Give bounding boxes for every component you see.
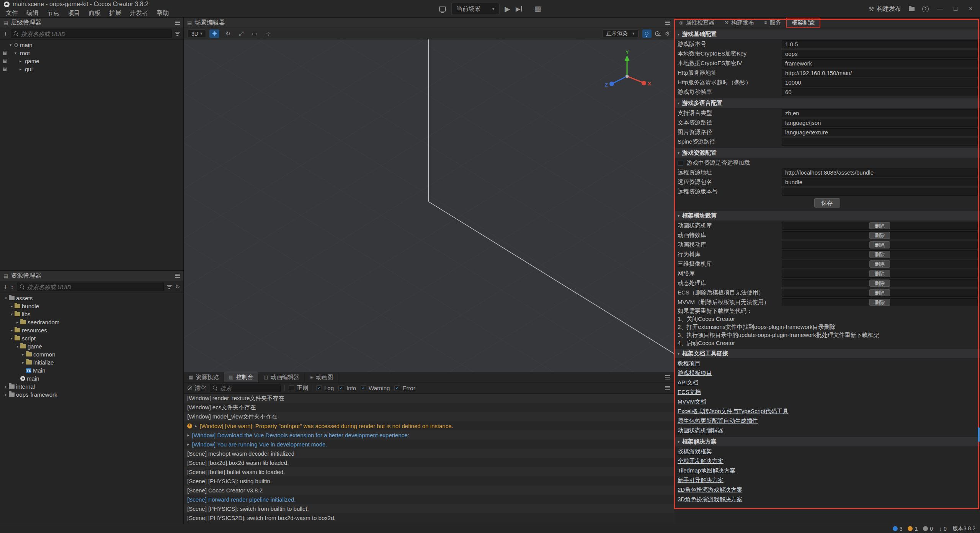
refresh-icon[interactable]: ↻ — [175, 283, 180, 290]
help-icon[interactable]: ? — [922, 6, 929, 12]
step-button[interactable]: ▶ — [516, 5, 522, 13]
log-row[interactable]: [Window] render_texture文件夹不存在 — [184, 394, 674, 403]
expander-open-icon[interactable]: ▾ — [13, 51, 18, 55]
section-header[interactable]: ▾框架文档工具链接 — [674, 349, 980, 359]
warning-count-badge[interactable]: 1 — [908, 526, 918, 532]
section-header[interactable]: ▾游戏多语言配置 — [674, 98, 980, 108]
expander-closed-icon[interactable]: ▸ — [18, 67, 23, 71]
expander-closed-icon[interactable]: ▸ — [187, 442, 189, 447]
menu-item[interactable]: 扩展 — [105, 8, 126, 17]
checkbox-icon[interactable]: ✓ — [338, 385, 344, 391]
menu-item[interactable]: 项目 — [64, 8, 84, 17]
expander-open-icon[interactable]: ▾ — [15, 344, 20, 348]
regex-toggle[interactable]: 正则 — [289, 384, 308, 392]
delete-button[interactable]: 删除 — [869, 270, 890, 277]
property-input[interactable] — [782, 138, 978, 146]
doc-link[interactable]: 原生包热更新配置自动生成插件 — [678, 417, 758, 425]
checkbox-icon[interactable]: ✓ — [361, 385, 366, 391]
delete-button[interactable]: 删除 — [869, 260, 890, 268]
expander-closed-icon[interactable]: ▸ — [9, 328, 15, 332]
assets-menu-icon[interactable] — [175, 274, 180, 278]
expander-closed-icon[interactable]: ▸ — [3, 392, 9, 397]
asset-node[interactable]: ▸resources — [0, 326, 183, 334]
hierarchy-search[interactable] — [11, 29, 172, 38]
scrollbar-thumb[interactable] — [978, 427, 980, 442]
expander-closed-icon[interactable]: ▸ — [187, 433, 189, 438]
sort-assets-icon[interactable]: ↕ — [11, 284, 14, 290]
property-input[interactable] — [782, 40, 978, 48]
asset-node[interactable]: ▸internal — [0, 383, 183, 391]
asset-node[interactable]: ▸common — [0, 350, 183, 358]
transform-tool-icon[interactable]: ⊹ — [263, 29, 273, 38]
clear-console-button[interactable]: 清空 — [188, 384, 206, 392]
doc-link[interactable]: API文档 — [678, 379, 698, 386]
delete-button[interactable]: 删除 — [869, 232, 890, 239]
log-row[interactable]: [Window] ecs文件夹不存在 — [184, 403, 674, 412]
scene-viewport[interactable]: Y X Z — [184, 39, 674, 372]
asset-node[interactable]: main — [0, 374, 183, 383]
expander-closed-icon[interactable]: ▸ — [15, 320, 20, 324]
doc-link[interactable]: 3D角色扮演游戏解决方案 — [678, 496, 742, 503]
rect-tool-icon[interactable]: ▭ — [250, 29, 260, 38]
checkbox-icon[interactable] — [289, 385, 294, 391]
scene-select-dropdown[interactable]: 当前场景 ▾ — [451, 3, 500, 15]
hierarchy-node[interactable]: ▾main — [0, 41, 183, 49]
info-count-badge[interactable]: 3 — [893, 526, 903, 532]
delete-button[interactable]: 删除 — [869, 280, 890, 287]
property-input[interactable] — [782, 168, 978, 177]
asset-node[interactable]: ▸initialize — [0, 358, 183, 366]
expander-open-icon[interactable]: ▾ — [9, 336, 15, 340]
asset-node[interactable]: Main — [0, 366, 183, 374]
log-row[interactable]: [Scene] [PHYSICS2D]: switch from box2d-w… — [184, 513, 674, 522]
asset-node[interactable]: ▸seedrandom — [0, 318, 183, 326]
download-count[interactable]: ↓ 0 — [939, 526, 947, 532]
delete-button[interactable]: 删除 — [869, 299, 890, 306]
gear-icon[interactable]: ⚙ — [665, 30, 670, 37]
asset-node[interactable]: ▾game — [0, 342, 183, 350]
filter-info[interactable]: ✓Info — [338, 385, 356, 391]
log-row[interactable]: ▸[Window] You are running Vue in develop… — [184, 440, 674, 449]
hierarchy-node[interactable]: ▾root — [0, 49, 183, 57]
console-tab[interactable]: ▤资源预览 — [184, 372, 224, 382]
section-header[interactable]: ▾游戏资源配置 — [674, 148, 980, 158]
menu-item[interactable]: 编辑 — [22, 8, 43, 17]
filter-warning[interactable]: ✓Warning — [361, 385, 390, 391]
build-publish-button[interactable]: ⚒ 构建发布 — [869, 5, 901, 13]
checkbox-icon[interactable]: ✓ — [316, 385, 322, 391]
doc-link[interactable]: MVVM文档 — [678, 398, 706, 405]
3d-mode-button[interactable]: 3D ▾ — [188, 29, 206, 38]
doc-link[interactable]: 全栈开发解决方案 — [678, 458, 724, 465]
delete-button[interactable]: 删除 — [869, 241, 890, 249]
expander-closed-icon[interactable]: ▸ — [20, 352, 26, 356]
doc-link[interactable]: 2D角色扮演游戏解决方案 — [678, 486, 742, 494]
console-search-input[interactable] — [220, 385, 278, 391]
asset-node[interactable]: ▸bundle — [0, 302, 183, 310]
property-input[interactable] — [782, 78, 978, 87]
expander-open-icon[interactable]: ▾ — [3, 296, 9, 300]
scale-tool-icon[interactable]: ⤢ — [236, 29, 246, 38]
property-input[interactable] — [782, 128, 978, 136]
hierarchy-search-input[interactable] — [21, 31, 169, 37]
scene-menu-icon[interactable] — [665, 21, 670, 25]
doc-link[interactable]: ECS文档 — [678, 389, 701, 396]
delete-button[interactable]: 删除 — [869, 289, 890, 296]
log-row[interactable]: [Scene] Forward render pipeline initiali… — [184, 495, 674, 504]
open-project-folder-icon[interactable] — [909, 7, 915, 11]
menu-item[interactable]: 开发者 — [126, 8, 152, 17]
scene-light-toggle[interactable] — [642, 29, 652, 38]
camera-icon[interactable] — [655, 32, 661, 36]
save-button[interactable]: 保存 — [814, 198, 840, 208]
log-row[interactable]: [Scene] Cocos Creator v3.8.2 — [184, 486, 674, 495]
console-menu-icon[interactable] — [665, 375, 670, 379]
doc-link[interactable]: 游戏模板项目 — [678, 370, 712, 377]
inspector-tab[interactable]: ⚒构建发布 — [719, 18, 759, 28]
expander-closed-icon[interactable]: ▸ — [195, 423, 197, 428]
log-row[interactable]: [Window] model_view文件夹不存在 — [184, 412, 674, 421]
maximize-button[interactable]: □ — [952, 5, 959, 12]
expander-closed-icon[interactable]: ▸ — [18, 59, 23, 63]
log-row[interactable]: [Scene] [PHYSICS]: using builtin. — [184, 476, 674, 486]
checkbox-icon[interactable]: ✓ — [394, 385, 400, 391]
expander-open-icon[interactable]: ▾ — [9, 312, 15, 316]
property-input[interactable] — [782, 50, 978, 58]
move-tool-icon[interactable]: ✥ — [209, 29, 219, 38]
